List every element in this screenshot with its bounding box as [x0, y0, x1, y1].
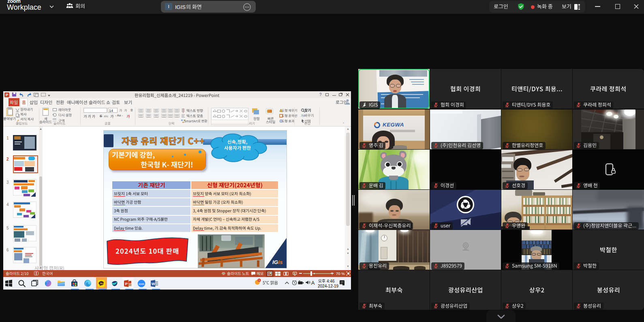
svg-text:P: P	[125, 281, 128, 286]
svg-text:5: 5	[259, 279, 260, 281]
svg-text:W: W	[152, 281, 155, 286]
svg-text:TALK: TALK	[100, 283, 105, 285]
svg-text:zoom: zoom	[139, 283, 144, 285]
